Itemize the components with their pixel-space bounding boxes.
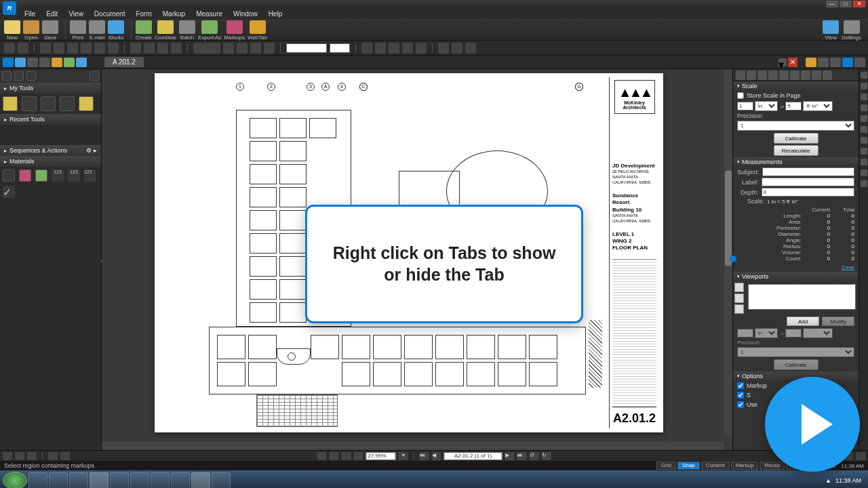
- task-media[interactable]: [69, 472, 88, 488]
- scale-left-value[interactable]: [737, 102, 753, 110]
- panel-toggle-2[interactable]: [15, 58, 26, 67]
- recalculate-button[interactable]: Recalculate: [774, 145, 818, 156]
- rp-icon-2[interactable]: [747, 70, 756, 80]
- rp-icon-9[interactable]: [823, 70, 832, 80]
- horizontal-scrollbar[interactable]: [102, 442, 724, 450]
- ribbon-markups[interactable]: Markups: [224, 20, 245, 41]
- menu-document[interactable]: Document: [89, 10, 131, 18]
- close-button[interactable]: ✕: [853, 1, 865, 7]
- line-style[interactable]: [193, 43, 220, 54]
- ribbon-batch[interactable]: Batch: [179, 20, 195, 41]
- rpanel-toggle-1[interactable]: [806, 58, 816, 67]
- text-align-3[interactable]: [465, 43, 476, 54]
- redo-button[interactable]: [18, 43, 28, 54]
- viewports-section-header[interactable]: ▾Viewports: [733, 272, 859, 281]
- text-tool[interactable]: [354, 452, 363, 460]
- line-button[interactable]: [157, 43, 168, 54]
- ribbon-email[interactable]: E-mail: [89, 20, 105, 41]
- paste-button[interactable]: [67, 43, 78, 54]
- rotate-ccw[interactable]: ↺: [530, 452, 539, 460]
- scale-left-unit[interactable]: in: [755, 101, 778, 111]
- docbar-btn-2[interactable]: [15, 452, 24, 460]
- right-splitter-handle[interactable]: [730, 256, 736, 262]
- highlight-button[interactable]: [130, 43, 141, 54]
- align-center[interactable]: [264, 43, 275, 54]
- viewport-delete[interactable]: ✕: [734, 304, 744, 314]
- panel-toggle-7[interactable]: [76, 58, 87, 67]
- my-tools-header[interactable]: ▸My Tools: [0, 83, 101, 94]
- tool-button-2[interactable]: [94, 43, 105, 54]
- ribbon-open[interactable]: Open: [23, 20, 39, 41]
- viewport-add[interactable]: Add: [787, 317, 819, 326]
- rp-icon-6[interactable]: [790, 70, 800, 80]
- vertical-scrollbar[interactable]: [724, 69, 732, 435]
- menu-help[interactable]: Help: [263, 10, 288, 18]
- tab-dropdown[interactable]: ▾: [778, 58, 787, 66]
- option-use[interactable]: [737, 401, 744, 408]
- rp-icon-7[interactable]: [801, 70, 810, 80]
- strip-icon-7[interactable]: [861, 137, 867, 144]
- depth-input[interactable]: [762, 188, 855, 197]
- rpanel-toggle-4[interactable]: [842, 58, 853, 67]
- underline-button[interactable]: [402, 43, 413, 54]
- docbar-btn-4[interactable]: [48, 452, 58, 460]
- sequences-header[interactable]: ▸Sequences & Actions⚙ ▸: [0, 145, 101, 156]
- toggle-grid[interactable]: Grid: [656, 462, 676, 470]
- align-left[interactable]: [250, 43, 261, 54]
- text-align-1[interactable]: [438, 43, 449, 54]
- viewport-modify[interactable]: Modify: [822, 317, 854, 326]
- clear-link[interactable]: Clear: [733, 263, 859, 272]
- ribbon-export[interactable]: Export As: [198, 20, 221, 41]
- rotate-cw[interactable]: ↻: [542, 452, 551, 460]
- panel-toggle-4[interactable]: [39, 58, 50, 67]
- strip-icon-6[interactable]: [861, 126, 867, 133]
- shape-button[interactable]: [144, 43, 155, 54]
- font-color[interactable]: [361, 43, 372, 54]
- menu-form[interactable]: Form: [130, 10, 157, 18]
- label-input[interactable]: [762, 178, 855, 186]
- select-tool[interactable]: [330, 452, 339, 460]
- tool-button[interactable]: [81, 43, 92, 54]
- task-revu[interactable]: [191, 472, 210, 488]
- task-app-3[interactable]: [130, 472, 149, 488]
- undo-button[interactable]: [4, 43, 15, 54]
- tool-cloud[interactable]: [3, 96, 18, 111]
- ribbon-print[interactable]: Print: [70, 20, 86, 41]
- rp-icon-3[interactable]: [757, 70, 767, 80]
- ribbon-new[interactable]: New: [4, 20, 20, 41]
- minimize-button[interactable]: —: [826, 1, 838, 7]
- scale-section-header[interactable]: ▾Scale: [733, 81, 859, 91]
- maximize-button[interactable]: □: [840, 1, 852, 7]
- scale-right-unit[interactable]: ft' in": [803, 101, 833, 111]
- ribbon-view[interactable]: View: [823, 20, 839, 41]
- ribbon-settings[interactable]: Settings: [842, 20, 861, 41]
- docbar-right-2[interactable]: [856, 452, 865, 460]
- font-select[interactable]: [286, 43, 327, 53]
- ribbon-webtab[interactable]: WebTab: [248, 20, 267, 41]
- panel-toggle-3[interactable]: [27, 58, 38, 67]
- rp-icon-8[interactable]: [812, 70, 821, 80]
- mat-3[interactable]: [35, 169, 47, 182]
- viewport-up[interactable]: ▲: [734, 283, 744, 292]
- precision-select[interactable]: 1: [737, 121, 854, 131]
- toggle-snap[interactable]: Snap: [677, 462, 700, 470]
- grid-button[interactable]: [171, 43, 182, 54]
- docbar-btn-5[interactable]: [60, 452, 70, 460]
- ribbon-combine[interactable]: Combine: [155, 20, 176, 41]
- strike-button[interactable]: [416, 43, 427, 54]
- subject-input[interactable]: [762, 167, 854, 176]
- start-button[interactable]: [3, 472, 27, 488]
- strip-icon-11[interactable]: [861, 180, 867, 187]
- toggle-reuse[interactable]: Reuse: [760, 462, 785, 470]
- menu-edit[interactable]: Edit: [41, 10, 63, 18]
- strip-icon-8[interactable]: [861, 148, 867, 155]
- mat-1[interactable]: [3, 169, 15, 182]
- menu-file[interactable]: File: [19, 10, 41, 18]
- arrow-end[interactable]: [237, 43, 248, 54]
- ribbon-studio[interactable]: Studio: [108, 20, 124, 41]
- recent-tools-header[interactable]: ▸Recent Tools: [0, 114, 101, 125]
- toggle-markup[interactable]: Markup: [731, 462, 759, 470]
- rpanel-toggle-3[interactable]: [830, 58, 841, 67]
- tab-close[interactable]: ✕: [788, 58, 797, 67]
- text-align-2[interactable]: [452, 43, 462, 54]
